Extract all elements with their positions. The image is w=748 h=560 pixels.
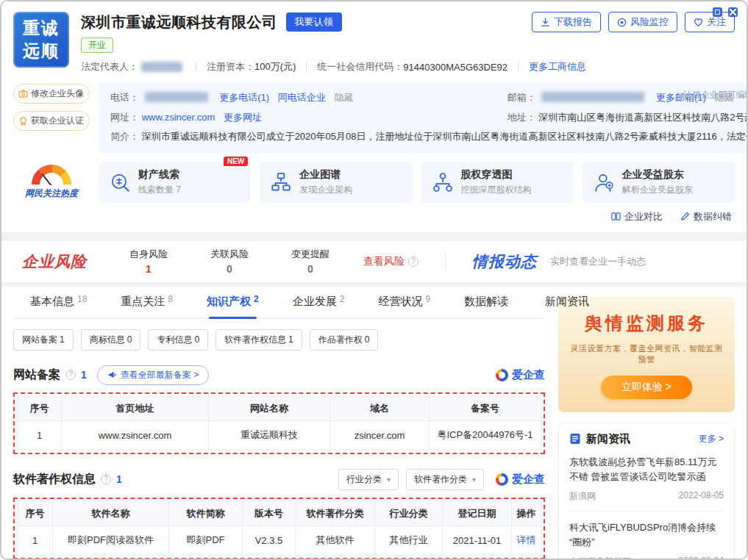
claim-hint-text: 认领企业即可编辑信息， bbox=[683, 90, 748, 100]
pill-work-copyright[interactable]: 作品著作权0 bbox=[310, 329, 379, 351]
tab-count: 9 bbox=[425, 294, 430, 304]
company-compare-link[interactable]: 企业对比 bbox=[611, 210, 663, 223]
news-item-title: 东软载波副总孙雪飞年薪85.11万元不错 曾被监管谈话公司吃警示函 bbox=[569, 455, 724, 484]
address-label: 地址： bbox=[507, 112, 536, 123]
vertical-divider bbox=[445, 252, 446, 271]
page-frame: 重诚 远顺 深圳市重诚远顺科技有限公司 我要认领 下载报告 风险监控 bbox=[0, 0, 748, 560]
sub-category-pills: 网站备案1 商标信息0 专利信息0 软件著作权信息1 作品著作权0 bbox=[13, 329, 545, 351]
company-name: 深圳市重诚远顺科技有限公司 bbox=[81, 12, 277, 32]
news-section-title: 新闻资讯 bbox=[586, 432, 630, 446]
col-header: 网站名称 bbox=[209, 396, 330, 420]
reg-capital-value: 100万(元) bbox=[254, 60, 296, 73]
aiqicha-brand[interactable]: 爱企查 bbox=[496, 473, 545, 487]
icp-table: 序号 首页地址 网站名称 域名 备案号 1 www.zsincer.com bbox=[17, 396, 541, 450]
feature-title: 股权穿透图 bbox=[461, 168, 532, 182]
header-tools-row: 企业对比 数据纠错 bbox=[13, 203, 735, 232]
tab-basic-info[interactable]: 基本信息18 bbox=[13, 287, 104, 317]
intel-desc: 实时查看企业一手动态 bbox=[550, 255, 646, 268]
risk-item-related[interactable]: 关联风险 0 bbox=[210, 248, 249, 275]
news-item[interactable]: 东软载波副总孙雪飞年薪85.11万元不错 曾被监管谈话公司吃警示函 新浪网 20… bbox=[569, 446, 724, 511]
software-copyright-section: 软件著作权信息 ? 1 行业分类 ▾ 软件著作分类 ▾ bbox=[13, 469, 545, 559]
more-business-info-link[interactable]: 更多工商信息 bbox=[529, 60, 586, 73]
feature-card-company-graph[interactable]: 企业图谱 发现企业架构 bbox=[260, 162, 412, 203]
news-card: 新闻资讯 更多 > 东软载波副总孙雪飞年薪85.11万元不错 曾被监管谈话公司吃… bbox=[558, 423, 735, 560]
aiqicha-logo-icon bbox=[496, 473, 508, 486]
hide-phone-link[interactable]: 隐藏 bbox=[334, 92, 353, 103]
tab-company-development[interactable]: 企业发展2 bbox=[276, 287, 362, 317]
col-header: 软件名称 bbox=[53, 501, 169, 525]
risk-item-self[interactable]: 自身风险 1 bbox=[129, 248, 168, 275]
risk-item-change[interactable]: 变更提醒 0 bbox=[291, 248, 330, 275]
same-phone-companies-link[interactable]: 同电话企业 bbox=[278, 92, 326, 103]
edit-avatar-label: 修改企业头像 bbox=[31, 87, 84, 100]
download-report-button[interactable]: 下载报告 bbox=[532, 12, 601, 32]
detail-link[interactable]: 详情 bbox=[517, 534, 536, 545]
software-category-filter-dropdown[interactable]: 软件著作分类 ▾ bbox=[406, 469, 484, 490]
edit-avatar-button[interactable]: 修改企业头像 bbox=[13, 84, 90, 104]
news-more-link[interactable]: 更多 > bbox=[699, 433, 724, 445]
cell-filing-number: 粤ICP备20044976号-1 bbox=[430, 420, 541, 450]
section-gap bbox=[1, 232, 747, 241]
header-actions: 下载报告 风险监控 关注 bbox=[532, 12, 735, 32]
industry-filter-dropdown[interactable]: 行业分类 ▾ bbox=[338, 469, 399, 490]
window-widget-icon[interactable] bbox=[713, 7, 722, 17]
cell-reg-date: 2021-11-01 bbox=[443, 525, 512, 555]
cell-version: V2.3.5 bbox=[243, 525, 296, 555]
news-item[interactable]: 科大讯飞iFLYBUDSPro消博会持续“圈粉” 中国商务新闻网 2022-08… bbox=[569, 511, 724, 560]
get-certification-button[interactable]: 获取企业认证 bbox=[13, 111, 90, 131]
legal-rep-label: 法定代表人： bbox=[81, 60, 138, 73]
pill-patent[interactable]: 专利信息0 bbox=[148, 329, 208, 351]
download-icon bbox=[541, 18, 550, 27]
close-widget-icon[interactable] bbox=[728, 7, 738, 17]
company-graph-icon bbox=[270, 171, 292, 193]
cell-site-name: 重诚远顺科技 bbox=[209, 420, 330, 450]
software-highlight-box: 序号 软件名称 软件简称 版本号 软件著作分类 行业分类 登记日期 操作 bbox=[13, 498, 545, 559]
claim-company-button[interactable]: 我要认领 bbox=[286, 12, 342, 32]
more-phones-link[interactable]: 更多电话(1) bbox=[219, 92, 269, 103]
cell-software-short-name: 即刻PDF bbox=[169, 525, 243, 555]
tab-data-interpretation[interactable]: 数据解读 bbox=[447, 287, 528, 317]
attention-gauge[interactable]: 网民关注热度 bbox=[13, 165, 90, 200]
follow-label: 关注 bbox=[707, 15, 726, 29]
feature-card-property-clues[interactable]: NEW 财产线索 线索数量 7 bbox=[99, 162, 251, 203]
corner-icons bbox=[713, 7, 738, 17]
col-header: 登记日期 bbox=[443, 501, 512, 525]
more-websites-link[interactable]: 更多网址 bbox=[224, 112, 262, 123]
company-logo: 重诚 远顺 bbox=[13, 12, 69, 68]
feature-card-equity-penetration[interactable]: 股权穿透图 挖掘深层股权结构 bbox=[421, 162, 574, 203]
logo-text-line1: 重诚 bbox=[23, 17, 60, 40]
legal-rep-redacted bbox=[141, 62, 182, 72]
view-all-filings-button[interactable]: 查看全部最新备案 > bbox=[97, 365, 209, 385]
news-item-title: 科大讯飞iFLYBUDSPro消博会持续“圈粉” bbox=[569, 520, 724, 550]
risk-logo: 企业风险 bbox=[22, 251, 87, 272]
aiqicha-brand[interactable]: 爱企查 bbox=[496, 368, 545, 382]
tab-news[interactable]: 新闻资讯 bbox=[528, 287, 609, 317]
feature-card-beneficial-shareholder[interactable]: 企业受益股东 解析企业受益股东 bbox=[583, 162, 735, 203]
website-label: 网址： bbox=[110, 112, 139, 123]
risk-value: 0 bbox=[291, 263, 330, 275]
data-correction-link[interactable]: 数据纠错 bbox=[680, 210, 732, 223]
pill-icp-filing[interactable]: 网站备案1 bbox=[13, 329, 74, 351]
view-risk-link[interactable]: 查看风险 ? bbox=[363, 255, 418, 268]
software-count: 1 bbox=[116, 473, 122, 485]
divider bbox=[518, 62, 519, 71]
pill-software-copyright[interactable]: 软件著作权信息1 bbox=[216, 329, 302, 351]
tab-intellectual-property[interactable]: 知识产权2 bbox=[190, 287, 276, 317]
feature-title: 企业图谱 bbox=[299, 168, 352, 182]
tab-operating-status[interactable]: 经营状况9 bbox=[361, 287, 447, 317]
ad-subtitle: 灵活设置方案，覆盖全网资讯，智能监测预警 bbox=[569, 343, 724, 365]
registration-info-row: 法定代表人： 注册资本： 100万(元) 统一社会信用代码： 91440300M… bbox=[81, 60, 735, 73]
aiqicha-brand-name: 爱企查 bbox=[512, 473, 545, 487]
try-now-button[interactable]: 立即体验 > bbox=[601, 376, 692, 399]
heart-icon bbox=[694, 18, 703, 27]
risk-monitor-button[interactable]: 风险监控 bbox=[608, 12, 677, 32]
aiqicha-brand-name: 爱企查 bbox=[512, 368, 545, 382]
tab-key-focus[interactable]: 重点关注8 bbox=[104, 287, 190, 317]
beneficial-shareholder-icon bbox=[593, 171, 615, 193]
phone-label: 电话： bbox=[110, 92, 139, 103]
divider bbox=[306, 62, 307, 71]
company-header: 重诚 远顺 深圳市重诚远顺科技有限公司 我要认领 下载报告 风险监控 bbox=[1, 1, 747, 232]
pill-trademark[interactable]: 商标信息0 bbox=[81, 329, 141, 351]
website-link[interactable]: www.zsincer.com bbox=[142, 112, 216, 123]
status-badge: 开业 bbox=[81, 37, 113, 53]
